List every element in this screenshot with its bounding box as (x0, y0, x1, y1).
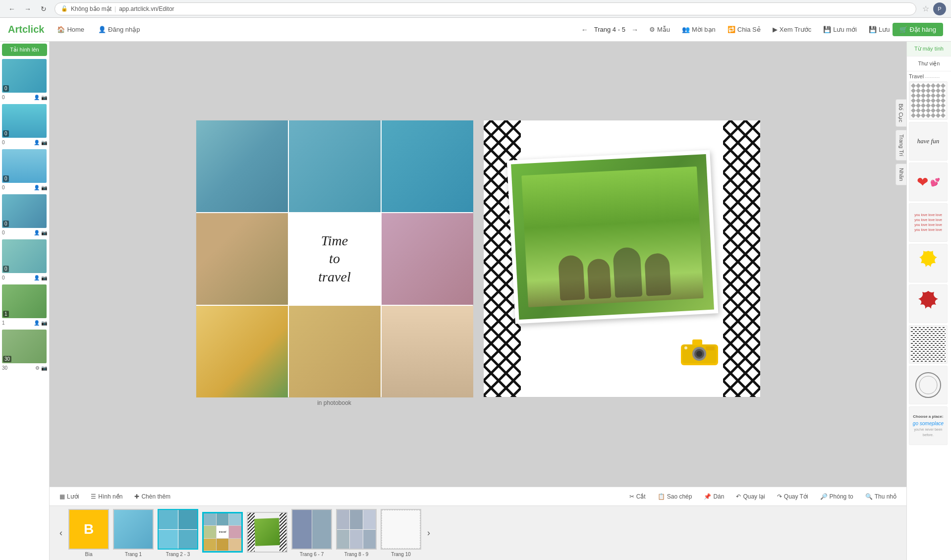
library-button[interactable]: Thư viện (907, 56, 951, 71)
page-thumb-1[interactable]: Trang 1 (113, 509, 154, 557)
from-computer-button[interactable]: Từ máy tính (907, 42, 951, 56)
sidebar-photo-3[interactable]: 0 (2, 149, 47, 183)
photo-cell-1[interactable] (196, 120, 288, 212)
sticker-love-heart[interactable]: ❤ 💕 (909, 163, 948, 201)
photo-cell-8[interactable] (289, 306, 381, 397)
photo-cell-6[interactable] (382, 213, 473, 305)
page-thumb-img-45b (247, 512, 287, 553)
next-page-button[interactable]: → (629, 25, 640, 35)
sticker-yellow-star[interactable] (909, 244, 948, 282)
page-thumb-67[interactable]: Trang 6 - 7 (291, 509, 332, 557)
prev-page-button[interactable]: ← (579, 25, 590, 35)
address-bar[interactable]: 🔓 Không bảo mật | app.artclick.vn/Editor (55, 2, 916, 15)
svg-point-6 (696, 351, 702, 357)
profile-avatar[interactable]: P (933, 2, 946, 15)
copy-button[interactable]: 📋 Sao chép (656, 492, 694, 501)
zoom-out-button[interactable]: 🔍 Thu nhỏ (863, 492, 898, 501)
sticker-love-text[interactable]: you love love loveyou love love loveyou … (909, 203, 948, 242)
photo-action-icons-6[interactable]: 👤 📷 (34, 320, 47, 326)
strip-prev-button[interactable]: ‹ (57, 528, 64, 538)
sticker-go-someplace[interactable]: Choose a place: go someplace you've neve… (909, 406, 948, 445)
sticker-circle[interactable] (909, 366, 948, 404)
home-label: Home (67, 26, 84, 33)
sticker-have-fun[interactable]: have fun (909, 122, 948, 161)
photo-cell-4[interactable] (196, 213, 288, 305)
photo-action-icons-7[interactable]: ⚙ 📷 (35, 365, 47, 371)
photo-cell-3[interactable] (382, 120, 473, 212)
template-button[interactable]: ⚙ Mẫu (646, 24, 673, 35)
page-thumb-bia[interactable]: B Bìa (68, 509, 109, 557)
photo-action-icons-5[interactable]: 👤 📷 (34, 275, 47, 280)
logo-accent: A (8, 24, 15, 35)
preview-button[interactable]: ▶ Xem Trước (770, 24, 814, 35)
svg-rect-16 (911, 327, 946, 362)
bookmark-icon[interactable]: ☆ (922, 4, 929, 13)
save-new-button[interactable]: 💾 Lưu mới (820, 24, 860, 35)
page-label: Trang 4 - 5 (594, 26, 625, 33)
home-button[interactable]: 🏠 Home (54, 24, 87, 35)
add-element-button[interactable]: ✚ Chèn thêm (132, 492, 172, 501)
sidebar-photo-4[interactable]: 0 (2, 194, 47, 228)
save-button[interactable]: 💾 Lưu (866, 24, 893, 35)
security-label: Không bảo mật (71, 5, 112, 12)
forward-button[interactable]: → (21, 2, 35, 16)
photo-action-icons-3[interactable]: 👤 📷 (34, 185, 47, 190)
photo-action-icons-2[interactable]: 👤 📷 (34, 140, 47, 145)
reload-button[interactable]: ↻ (37, 2, 51, 16)
template-label: Mẫu (657, 26, 670, 33)
photo-action-icons-4[interactable]: 👤 📷 (34, 230, 47, 235)
save-icon: 💾 (869, 26, 877, 33)
page-thumb-23[interactable]: Trang 2 - 3 (158, 509, 198, 557)
upload-button[interactable]: Tải hình lên (2, 44, 47, 56)
canvas-area: Bố Cục Trang Trí Nhãn (50, 42, 906, 560)
order-button[interactable]: 🛒 Đặt hàng (893, 23, 943, 36)
back-button[interactable]: ← (5, 2, 19, 16)
bo-cuc-tab[interactable]: Bố Cục (895, 99, 906, 127)
page-thumb-89[interactable]: Trang 8 - 9 (336, 509, 377, 557)
background-button[interactable]: ☰ Hình nền (89, 492, 124, 501)
nav-buttons[interactable]: ← → ↻ (5, 2, 51, 16)
photo-cell-2[interactable] (289, 120, 381, 212)
sticker-dot-pattern[interactable] (909, 325, 948, 364)
page-5[interactable] (483, 120, 761, 397)
page-4[interactable]: Timetotravel (196, 120, 473, 397)
photo-group-4: 0 0 👤 📷 (2, 194, 47, 236)
strip-next-button[interactable]: › (425, 528, 432, 538)
page-thumb-10[interactable]: Trang 10 (381, 509, 421, 557)
redo-button[interactable]: ↷ Quay Tới (775, 492, 810, 501)
logo-text: rtclick (15, 24, 44, 35)
page-thumb-45a[interactable]: travel (202, 512, 243, 555)
grid-button[interactable]: ▦ Lưới (57, 492, 81, 501)
main-photo-polaroid[interactable] (506, 150, 718, 324)
trang-tri-tab[interactable]: Trang Trí (895, 130, 906, 161)
undo-button[interactable]: ↶ Quay lại (734, 492, 767, 501)
sticker-diamond[interactable] (909, 81, 948, 120)
zoom-in-button[interactable]: 🔎 Phóng to (818, 492, 855, 501)
photo-group-5: 0 0 👤 📷 (2, 239, 47, 281)
svg-point-18 (919, 376, 937, 394)
page-strip: ‹ B Bìa Trang 1 (50, 505, 906, 560)
invite-button[interactable]: 👥 Mời bạn (679, 24, 719, 35)
url-text: app.artclick.vn/Editor (119, 5, 174, 12)
page-thumb-45b[interactable] (247, 512, 287, 555)
sidebar-photo-7[interactable]: 30 (2, 330, 47, 363)
sidebar-photo-5[interactable]: 0 (2, 239, 47, 273)
text-cell-travel[interactable]: Timetotravel (289, 213, 381, 305)
save-new-icon: 💾 (823, 26, 831, 33)
sidebar-photo-6[interactable]: 1 (2, 284, 47, 318)
template-icon: ⚙ (649, 26, 655, 33)
page-thumb-label-10: Trang 10 (391, 552, 411, 557)
photo-cell-7[interactable] (196, 306, 288, 397)
photo-action-icons-1[interactable]: 👤 📷 (34, 95, 47, 100)
sidebar-photo-1[interactable]: 0 (2, 59, 47, 93)
cut-button[interactable]: ✂ Cắt (627, 492, 648, 501)
nhan-tab[interactable]: Nhãn (895, 164, 906, 185)
share-button[interactable]: 🔁 Chia Sẻ (725, 24, 764, 35)
camera-sticker[interactable] (678, 336, 721, 370)
login-button[interactable]: 👤 Đăng nhập (95, 24, 143, 35)
svg-rect-1 (723, 120, 760, 397)
sticker-red-star[interactable] (909, 284, 948, 323)
photo-cell-9[interactable] (382, 306, 473, 397)
paste-button[interactable]: 📌 Dán (702, 492, 726, 501)
sidebar-photo-2[interactable]: 0 (2, 104, 47, 138)
